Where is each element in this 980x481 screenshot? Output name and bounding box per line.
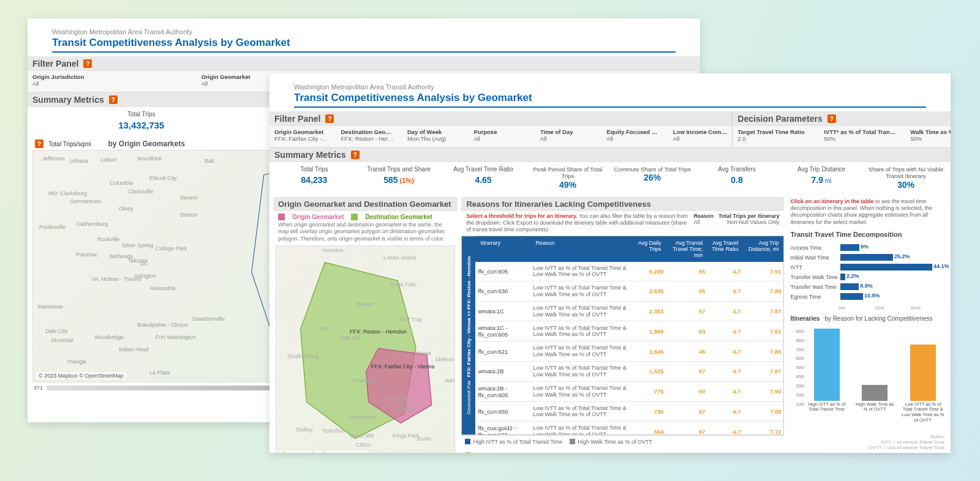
metric: Peak Period Share of Total Trips49% [528, 163, 608, 192]
metrics-row: Total Trips84,233Transit Trips and Share… [270, 162, 951, 197]
metric: Total Trips84,233 [274, 163, 354, 192]
itinerary-table: Geomarket Pair FFX: Fairfax City - Vienn… [461, 236, 784, 435]
geomarket-map[interactable]: FFX: Reston - Herndon FFX: Fairfax City … [276, 245, 455, 453]
help-icon[interactable]: ? [83, 59, 92, 68]
metric: Avg Trip Distance7.9 mi [782, 163, 861, 192]
filter-item[interactable]: Origin JurisdictionAll [32, 73, 189, 87]
help-icon[interactable]: ? [109, 95, 118, 104]
header-title: Transit Competitiveness Analysis by Geom… [294, 92, 926, 104]
header-subtitle: Washington Metropolitan Area Transit Aut… [52, 28, 676, 35]
table-row[interactable]: ffx_con:630Low IVTT as % of Total Transi… [475, 282, 783, 302]
reasons-bar: Low IVTT as % of Total Transit Time & Lo… [901, 329, 944, 424]
decomp-bar-row: IVTT44.1% [790, 263, 944, 272]
reasons-chart-header: Itineraries by Reason for Lacking Compet… [788, 313, 947, 324]
filter-item[interactable]: Equity Focused CommunitiesAll [606, 129, 660, 142]
table-row[interactable]: ffx_cue:gold2 - ffx_con:631Low IVTT as %… [475, 422, 783, 434]
legend-item: Low IVTT as % of Total Transit Time & Lo… [465, 452, 641, 453]
header-title: Transit Competitiveness Analysis by Geom… [52, 37, 676, 49]
dp-item[interactable]: Target Travel Time Ratio2.0 [737, 129, 812, 142]
table-row[interactable]: ffx_con:605Low IVTT as % of Total Transi… [475, 262, 783, 282]
reasons-bar: High IVTT as % of Total Transit Time [805, 329, 848, 424]
filter-item[interactable]: Destination GeomarketFFX: Reston - Hernd… [341, 129, 394, 142]
reasons-bar: High Walk Time as % of OVTT [853, 329, 897, 424]
decomp-bar-row: Transfer Wait Time8.8% [790, 282, 944, 292]
metric: Commute Share of Total Trips26% [612, 163, 692, 192]
help-icon[interactable]: ? [351, 151, 360, 159]
table-footer-legend: High IVTT as % of Total Transit TimeHigh… [461, 435, 784, 453]
header: Washington Metropolitan Area Transit Aut… [270, 73, 951, 111]
help-icon[interactable]: ? [325, 114, 334, 123]
summary-metrics-header: Summary Metrics ? [270, 147, 951, 162]
decomp-bar-row: Initial Wait Time25.2% [790, 253, 944, 263]
decomp-bar-row: Access Time9% [790, 243, 944, 253]
header: Washington Metropolitan Area Transit Aut… [28, 18, 700, 56]
map-attribution: © 2023 Mapbox © OpenStreetMap [37, 372, 126, 379]
decomp-bar-row: Transfer Walk Time2.2% [790, 272, 944, 282]
table-side-label: Geomarket Pair FFX: Fairfax City - Vienn… [462, 236, 475, 434]
swatch-dest [351, 214, 358, 220]
filter-panel-header: Filter Panel ? [270, 111, 732, 126]
help-icon[interactable]: ? [827, 114, 836, 123]
header-subtitle: Washington Metropolitan Area Transit Aut… [294, 83, 926, 91]
metric: Avg Travel Time Ratio4.65 [443, 163, 523, 192]
filter-item[interactable]: Origin GeomarketFFX: Fairfax City - Vien… [274, 129, 328, 142]
footnotes: Notes: IVTT = In-vehicle Travel Time OVT… [869, 434, 944, 450]
filter-item[interactable]: Low Income CommunitiesAll [673, 129, 727, 142]
table-row[interactable]: wmata:2BLow IVTT as % of Total Transit T… [475, 362, 783, 382]
origin-dest-panel: Origin Geomarket and Destination Geomark… [273, 197, 458, 453]
swatch-origin [278, 214, 285, 220]
legend: Origin Geomarket Destination Geomarket [273, 211, 458, 222]
table-header: Itinerary Reason Avg Daily Trips Avg Tra… [475, 236, 783, 262]
decomposition-chart[interactable]: Access Time9%Initial Wait Time25.2%IVTT4… [788, 242, 947, 303]
filter-item[interactable]: Time of DayAll [540, 129, 594, 142]
reason-filter[interactable]: Reason All [694, 213, 714, 234]
metric: Transit Trips and Share585 (1%) [359, 163, 439, 192]
filter-item[interactable]: Day of WeekMon-Thu (Avg) [407, 129, 461, 142]
metric-total-trips: Total Trips 13,432,735 [32, 108, 250, 133]
help-icon[interactable]: ? [35, 140, 43, 148]
reasons-panel: Reasons for Itineraries Lacking Competit… [461, 197, 784, 453]
table-row[interactable]: ffx_con:650Low IVTT as % of Total Transi… [475, 402, 783, 422]
filter-item[interactable]: PurposeAll [473, 129, 527, 142]
decomp-bar-row: Egress Time10.8% [790, 292, 944, 302]
metric: Share of Trips with No Viable Transit It… [866, 163, 946, 192]
table-row[interactable]: wmata:1CLow IVTT as % of Total Transit T… [475, 302, 783, 322]
dp-row: Target Travel Time Ratio2.0IVTT* as % of… [733, 126, 951, 147]
dashboard-front-card: Washington Metropolitan Area Transit Aut… [270, 73, 951, 453]
table-row[interactable]: wmata:2B - ffx_con:605Low IVTT as % of T… [475, 382, 783, 402]
legend-item: High IVTT as % of Total Transit Time [465, 439, 562, 445]
decomposition-panel: Click on an itinerary in the table to se… [788, 197, 947, 453]
dp-item[interactable]: IVTT* as % of Total Transit Time50% [824, 129, 898, 142]
filter-panel-header: Filter Panel ? [28, 56, 700, 71]
table-body[interactable]: ffx_con:605Low IVTT as % of Total Transi… [475, 262, 783, 434]
table-row[interactable]: wmata:1C - ffx_con:605Low IVTT as % of T… [475, 321, 783, 341]
metric: Avg Transfers0.8 [697, 163, 777, 192]
decision-params-header: Decision Parameters ? [733, 111, 951, 126]
reasons-bar-chart[interactable]: 900800700600500400300200100 High IVTT as… [788, 326, 947, 424]
dp-item[interactable]: Walk Time as % of OVTT*50% [910, 129, 951, 142]
trips-filter[interactable]: Total Trips per Itinerary Non-Null Value… [718, 213, 779, 234]
table-row[interactable]: ffx_con:621Low IVTT as % of Total Transi… [475, 341, 783, 362]
filter-row: Origin GeomarketFFX: Fairfax City - Vien… [270, 126, 732, 147]
legend-item: High Walk Time as % of OVTT [570, 439, 652, 445]
